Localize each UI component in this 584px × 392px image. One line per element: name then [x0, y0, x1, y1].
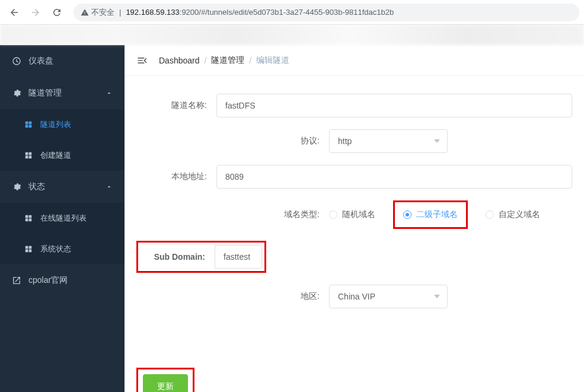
sidebar-item-cpolar-site[interactable]: cpolar官网 [0, 264, 125, 297]
select-value: China VIP [338, 292, 375, 301]
grid-icon [24, 120, 33, 129]
blurred-header [0, 25, 584, 45]
breadcrumb-dashboard[interactable]: Dashboard [159, 56, 200, 65]
chevron-up-icon [106, 183, 113, 190]
sidebar-item-tunnel-create[interactable]: 创建隧道 [0, 140, 125, 171]
label-protocol: 协议: [125, 136, 329, 146]
label-local-addr: 本地地址: [125, 171, 216, 182]
breadcrumb-separator: / [249, 56, 251, 65]
row-region: 地区: China VIP [125, 285, 572, 308]
sidebar-label: 仪表盘 [28, 56, 53, 66]
insecure-label: 不安全 [91, 7, 114, 18]
radio-icon [486, 211, 494, 219]
row-local-addr: 本地地址: [125, 165, 572, 189]
sidebar-label: 隧道管理 [28, 88, 62, 98]
sidebar-item-tunnel-manage[interactable]: 隧道管理 [0, 77, 125, 109]
sidebar-item-dashboard[interactable]: 仪表盘 [0, 45, 125, 77]
select-region[interactable]: China VIP [329, 285, 448, 308]
radio-random-domain[interactable]: 随机域名 [329, 209, 375, 220]
row-domain-type: 域名类型: 随机域名 二级子域名 [125, 200, 572, 229]
radio-label: 自定义域名 [499, 209, 540, 220]
external-link-icon [12, 276, 21, 285]
insecure-badge: 不安全 [81, 7, 114, 18]
breadcrumb-separator: / [205, 56, 207, 65]
browser-toolbar: 不安全 | 192.168.59.133:9200/#/tunnels/edit… [0, 0, 584, 25]
sidebar-item-system-status[interactable]: 系统状态 [0, 234, 125, 264]
main-area: Dashboard / 隧道管理 / 编辑隧道 隧道名称: 协议: http [125, 45, 584, 392]
back-button[interactable] [5, 3, 24, 22]
sidebar: 仪表盘 隧道管理 隧道列表 创建隧道 状态 [0, 45, 125, 392]
submit-area: 更新 [125, 362, 584, 392]
gauge-icon [12, 56, 21, 66]
sidebar-label: 状态 [28, 181, 45, 192]
radio-label: 随机域名 [342, 209, 375, 220]
label-region: 地区: [125, 291, 329, 302]
radio-group-domain-type: 随机域名 二级子域名 自定义域名 [329, 200, 572, 229]
sidebar-item-online-tunnels[interactable]: 在线隧道列表 [0, 203, 125, 234]
grid-icon [24, 244, 33, 254]
form: 隧道名称: 协议: http 本地地址: [125, 76, 584, 338]
sidebar-item-status[interactable]: 状态 [0, 171, 125, 203]
grid-icon [24, 213, 33, 223]
forward-button[interactable] [26, 3, 45, 22]
sidebar-label: 创建隧道 [40, 150, 71, 161]
input-tunnel-name[interactable] [216, 94, 572, 117]
grid-icon [24, 151, 33, 160]
label-domain-type: 域名类型: [125, 209, 329, 220]
update-button[interactable]: 更新 [143, 374, 188, 392]
cog-icon [12, 182, 21, 192]
url-text: 192.168.59.133:9200/#/tunnels/edit/e5d07… [126, 8, 394, 17]
input-subdomain[interactable] [215, 245, 262, 269]
select-protocol[interactable]: http [329, 129, 448, 153]
radio-label: 二级子域名 [416, 209, 458, 220]
warning-icon [81, 8, 89, 17]
sidebar-label: 系统状态 [40, 244, 71, 254]
sidebar-label: 在线隧道列表 [40, 213, 87, 224]
reload-button[interactable] [47, 3, 66, 22]
sidebar-item-tunnel-list[interactable]: 隧道列表 [0, 109, 125, 140]
sidebar-label: cpolar官网 [28, 275, 68, 286]
label-tunnel-name: 隧道名称: [125, 100, 216, 111]
breadcrumb-current: 编辑隧道 [256, 55, 289, 66]
select-value: http [338, 136, 352, 146]
radio-icon [403, 211, 411, 219]
breadcrumb: Dashboard / 隧道管理 / 编辑隧道 [159, 55, 289, 66]
sidebar-label: 隧道列表 [40, 119, 71, 130]
label-subdomain: Sub Domain: [141, 252, 215, 262]
menu-toggle-icon[interactable] [136, 55, 148, 66]
row-protocol: 协议: http [125, 129, 572, 153]
breadcrumb-tunnel-manage[interactable]: 隧道管理 [211, 55, 244, 66]
topbar: Dashboard / 隧道管理 / 编辑隧道 [125, 45, 584, 76]
radio-subdomain[interactable]: 二级子域名 [403, 209, 458, 220]
cog-icon [12, 88, 21, 98]
input-local-addr[interactable] [216, 165, 572, 189]
radio-custom-domain[interactable]: 自定义域名 [486, 209, 540, 220]
radio-icon [329, 211, 337, 219]
url-bar[interactable]: 不安全 | 192.168.59.133:9200/#/tunnels/edit… [74, 4, 579, 21]
row-tunnel-name: 隧道名称: [125, 94, 572, 117]
chevron-up-icon [106, 90, 113, 97]
row-subdomain: Sub Domain: [136, 241, 572, 273]
